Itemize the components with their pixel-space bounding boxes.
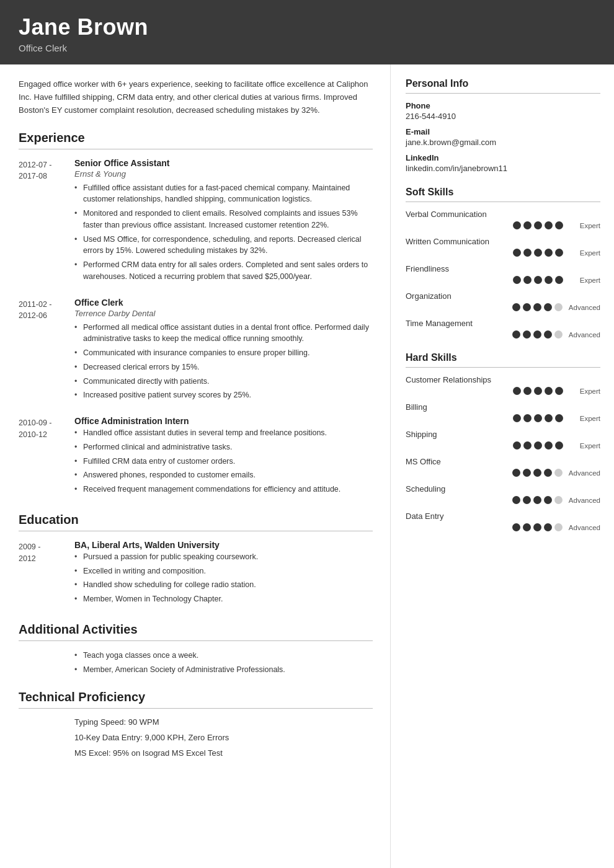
dot-filled	[513, 441, 521, 450]
dot-filled	[513, 414, 521, 422]
dot-filled	[513, 249, 521, 257]
candidate-name: Jane Brown	[19, 14, 595, 40]
dot-empty	[554, 469, 563, 477]
technical-divider	[19, 708, 373, 709]
personal-info-title: Personal Info	[406, 78, 600, 89]
skill-name: Organization	[406, 291, 600, 301]
dot-filled	[534, 221, 542, 229]
education-heading: Education	[19, 513, 373, 527]
entry-title: BA, Liberal Arts, Walden University	[74, 540, 373, 550]
tech-list: Typing Speed: 90 WPM10-Key Data Entry: 9…	[19, 717, 373, 758]
dot-empty	[554, 496, 563, 504]
dot-filled	[555, 221, 563, 229]
entry-bullets: Pursued a passion for public speaking co…	[74, 551, 373, 605]
skill-name: Time Management	[406, 319, 600, 328]
entry-item: 2010-09 - 2010-12Office Administration I…	[19, 416, 373, 498]
activity-item: Teach yoga classes once a week.	[74, 650, 373, 662]
entry-item: 2011-02 - 2012-06Office ClerkTerrence Da…	[19, 298, 373, 404]
skill-item: Customer RelationshipsExpert	[406, 375, 600, 395]
skill-dots-row: Expert	[406, 387, 600, 395]
dot-filled	[512, 303, 520, 311]
entry-content: Office Administration InternHandled offi…	[74, 416, 373, 498]
dot-filled	[533, 523, 541, 531]
dot-filled	[534, 414, 542, 422]
bullet-item: Fulfilled office assistant duties for a …	[74, 182, 373, 206]
dot-filled	[523, 330, 531, 339]
soft-skills-divider	[406, 202, 600, 202]
additional-section: Additional Activities Teach yoga classes…	[19, 622, 373, 676]
dot-filled	[523, 441, 532, 450]
entry-company: Terrence Darby Dental	[74, 309, 373, 318]
skill-name: Customer Relationships	[406, 375, 600, 384]
skill-name: Written Communication	[406, 237, 600, 246]
skill-dots-row: Advanced	[406, 330, 600, 339]
dot-filled	[523, 276, 532, 284]
entry-dates: 2012-07 - 2017-08	[19, 158, 74, 285]
bullet-item: Received frequent management commendatio…	[74, 484, 373, 495]
skill-level-label: Advanced	[569, 469, 600, 477]
entry-company: Ernst & Young	[74, 169, 373, 179]
entry-title: Office Clerk	[74, 298, 373, 308]
email-value: jane.k.brown@gmail.com	[406, 138, 600, 147]
skill-dots-row: Advanced	[406, 496, 600, 504]
skill-level-label: Expert	[569, 249, 600, 257]
dot-filled	[555, 387, 563, 395]
header: Jane Brown Office Clerk	[0, 0, 614, 64]
dot-filled	[533, 303, 541, 311]
skill-dots-row: Expert	[406, 414, 600, 422]
bullet-item: Increased positive patient survey scores…	[74, 389, 373, 401]
skill-item: MS OfficeAdvanced	[406, 457, 600, 477]
dot-empty	[554, 330, 563, 339]
technical-section: Technical Proficiency Typing Speed: 90 W…	[19, 690, 373, 758]
skill-level-label: Expert	[569, 388, 600, 395]
soft-skills-list: Verbal CommunicationExpertWritten Commun…	[406, 210, 600, 339]
tech-item: Typing Speed: 90 WPM	[74, 717, 373, 727]
skill-level-label: Expert	[569, 222, 600, 229]
dot-filled	[533, 496, 541, 504]
skill-dots-row: Expert	[406, 276, 600, 284]
skill-name: Verbal Communication	[406, 210, 600, 219]
dot-filled	[544, 469, 552, 477]
bullet-item: Handled office assistant duties in sever…	[74, 427, 373, 439]
experience-section: Experience 2012-07 - 2017-08Senior Offic…	[19, 131, 373, 498]
dot-filled	[523, 496, 531, 504]
dot-filled	[534, 387, 542, 395]
dot-filled	[513, 387, 521, 395]
dot-filled	[544, 523, 552, 531]
additional-divider	[19, 640, 373, 641]
skill-name: Scheduling	[406, 484, 600, 494]
bullet-item: Pursued a passion for public speaking co…	[74, 551, 373, 563]
phone-label: Phone	[406, 101, 600, 110]
personal-info-divider	[406, 93, 600, 94]
education-divider	[19, 531, 373, 531]
entry-dates: 2011-02 - 2012-06	[19, 298, 74, 404]
entry-item: 2009 - 2012BA, Liberal Arts, Walden Univ…	[19, 540, 373, 608]
education-entries: 2009 - 2012BA, Liberal Arts, Walden Univ…	[19, 540, 373, 608]
linkedin-label: LinkedIn	[406, 153, 600, 162]
skill-name: MS Office	[406, 457, 600, 466]
skill-level-label: Advanced	[569, 524, 600, 531]
left-column: Engaged office worker with 6+ years expe…	[0, 64, 391, 868]
dot-filled	[523, 249, 532, 257]
hard-skills-section: Hard Skills Customer RelationshipsExpert…	[406, 352, 600, 531]
dot-filled	[533, 330, 541, 339]
skill-level-label: Expert	[569, 277, 600, 284]
skill-level-label: Advanced	[569, 497, 600, 504]
entry-content: BA, Liberal Arts, Walden UniversityPursu…	[74, 540, 373, 608]
bullet-item: Member, Women in Technology Chapter.	[74, 593, 373, 605]
skill-item: ShippingExpert	[406, 430, 600, 450]
bullet-item: Excelled in writing and composition.	[74, 565, 373, 577]
skill-dots-row: Advanced	[406, 303, 600, 311]
summary-text: Engaged office worker with 6+ years expe…	[19, 78, 373, 117]
entry-dates: 2009 - 2012	[19, 540, 74, 608]
dot-filled	[555, 441, 563, 450]
dot-filled	[534, 441, 542, 450]
skill-item: SchedulingAdvanced	[406, 484, 600, 504]
entry-title: Senior Office Assistant	[74, 158, 373, 168]
right-column: Personal Info Phone 216-544-4910 E-mail …	[391, 64, 614, 868]
dot-filled	[512, 496, 520, 504]
additional-heading: Additional Activities	[19, 622, 373, 637]
entry-bullets: Fulfilled office assistant duties for a …	[74, 182, 373, 283]
skill-item: FriendlinessExpert	[406, 264, 600, 284]
dot-filled	[512, 330, 520, 339]
